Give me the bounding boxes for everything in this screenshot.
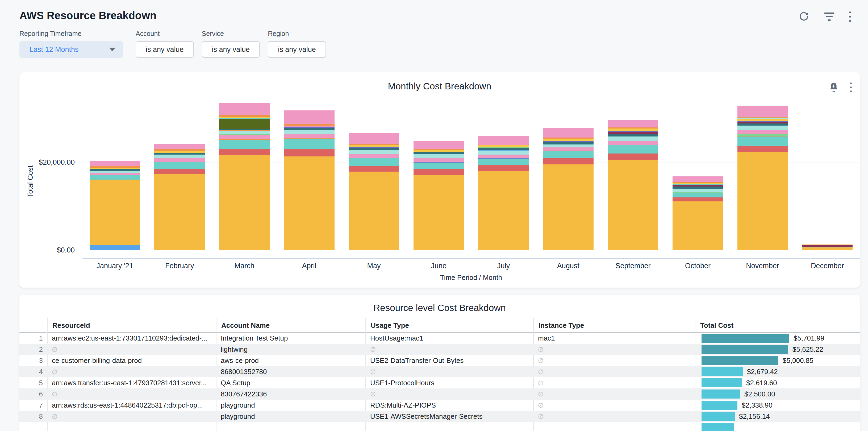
table-row[interactable]: 3ce-customer-billing-data-prodaws-ce-pro…: [20, 355, 860, 366]
bar-segment[interactable]: [154, 250, 205, 250]
bar-segment[interactable]: [737, 123, 788, 126]
timeframe-dropdown[interactable]: Last 12 Months: [20, 41, 123, 58]
bar-segment[interactable]: [608, 250, 658, 250]
bar-segment[interactable]: [284, 130, 335, 134]
bar-segment[interactable]: [608, 120, 658, 128]
bar-segment[interactable]: [478, 136, 529, 145]
bar-segment[interactable]: [349, 172, 399, 250]
bar-segment[interactable]: [802, 247, 852, 250]
column-header-resourceid[interactable]: ResourceId: [47, 318, 216, 333]
bar-segment[interactable]: [284, 138, 335, 149]
account-filter-button[interactable]: is any value: [135, 41, 194, 58]
stacked-bar-october[interactable]: [673, 176, 723, 250]
refresh-icon[interactable]: [799, 11, 809, 22]
bar-segment[interactable]: [284, 250, 335, 250]
bar-segment[interactable]: [673, 250, 723, 250]
bar-segment[interactable]: [284, 134, 335, 138]
bar-segment[interactable]: [608, 141, 658, 145]
bar-segment[interactable]: [154, 174, 205, 250]
bar-segment[interactable]: [154, 144, 205, 149]
bar-segment[interactable]: [608, 132, 658, 133]
bar-segment[interactable]: [608, 160, 658, 250]
bar-segment[interactable]: [673, 185, 723, 186]
table-row[interactable]: 5arn:aws:transfer:us-east-1:479370281431…: [20, 377, 860, 389]
bar-segment[interactable]: [478, 145, 529, 147]
bar-segment[interactable]: [219, 119, 270, 129]
bar-segment[interactable]: [90, 180, 140, 245]
bar-segment[interactable]: [349, 133, 399, 144]
bar-segment[interactable]: [543, 128, 594, 137]
bar-segment[interactable]: [284, 111, 335, 124]
bar-segment[interactable]: [349, 148, 399, 150]
table-row[interactable]: 4∅868001352780∅∅$2,679.42: [20, 366, 860, 377]
bar-segment[interactable]: [543, 158, 594, 164]
bar-segment[interactable]: [219, 250, 270, 250]
bar-segment[interactable]: [673, 186, 723, 188]
bar-segment[interactable]: [154, 162, 205, 169]
bar-segment[interactable]: [154, 169, 205, 175]
bar-segment[interactable]: [219, 155, 270, 250]
bar-segment[interactable]: [284, 128, 335, 130]
bar-segment[interactable]: [154, 149, 205, 151]
kebab-menu-icon[interactable]: [849, 11, 851, 22]
bar-segment[interactable]: [608, 145, 658, 154]
table-row[interactable]: 7arn:aws:rds:us-east-1:448640225317:db:p…: [20, 400, 860, 411]
stacked-bar-march[interactable]: [219, 103, 270, 250]
bar-segment[interactable]: [219, 131, 270, 134]
bar-segment[interactable]: [737, 130, 788, 134]
bar-segment[interactable]: [543, 164, 594, 250]
bar-segment[interactable]: [413, 141, 464, 149]
column-header-instance-type[interactable]: Instance Type: [533, 318, 695, 333]
stacked-bars[interactable]: [83, 99, 860, 250]
bar-segment[interactable]: [284, 156, 335, 250]
bar-segment[interactable]: [349, 250, 399, 250]
table-row[interactable]: 1arn:aws:ec2:us-east-1:733017110293:dedi…: [20, 333, 860, 344]
bar-segment[interactable]: [673, 202, 723, 250]
bar-segment[interactable]: [673, 189, 723, 192]
bar-segment[interactable]: [219, 115, 270, 117]
bar-segment[interactable]: [478, 250, 529, 250]
column-header-usage-type[interactable]: Usage Type: [365, 318, 533, 333]
region-filter-button[interactable]: is any value: [268, 41, 326, 58]
bar-segment[interactable]: [219, 149, 270, 155]
bar-segment[interactable]: [608, 128, 658, 131]
bar-segment[interactable]: [673, 197, 723, 202]
bar-segment[interactable]: [413, 169, 464, 175]
bar-segment[interactable]: [413, 154, 464, 158]
bar-segment[interactable]: [154, 153, 205, 155]
stacked-bar-april[interactable]: [284, 111, 335, 250]
stacked-bar-february[interactable]: [154, 144, 205, 250]
bar-segment[interactable]: [608, 136, 658, 141]
bar-segment[interactable]: [737, 106, 788, 117]
bar-segment[interactable]: [608, 154, 658, 160]
stacked-bar-september[interactable]: [608, 120, 658, 250]
bar-segment[interactable]: [478, 148, 529, 150]
bar-segment[interactable]: [673, 193, 723, 197]
bar-segment[interactable]: [219, 135, 270, 139]
table-row[interactable]: [20, 422, 860, 431]
bar-segment[interactable]: [737, 152, 788, 250]
bar-segment[interactable]: [90, 166, 140, 168]
service-filter-button[interactable]: is any value: [202, 41, 260, 58]
bar-segment[interactable]: [90, 250, 140, 250]
bar-segment[interactable]: [349, 158, 399, 166]
bar-segment[interactable]: [349, 154, 399, 158]
bar-segment[interactable]: [219, 103, 270, 115]
bar-segment[interactable]: [737, 119, 788, 122]
bar-segment[interactable]: [673, 176, 723, 182]
stacked-bar-january-[interactable]: [90, 161, 140, 250]
bar-segment[interactable]: [543, 142, 594, 145]
stacked-bar-june[interactable]: [413, 141, 464, 250]
bar-segment[interactable]: [737, 250, 788, 250]
bar-segment[interactable]: [478, 155, 529, 158]
bar-segment[interactable]: [413, 158, 464, 162]
bar-segment[interactable]: [90, 161, 140, 166]
bar-segment[interactable]: [284, 149, 335, 156]
bar-segment[interactable]: [608, 134, 658, 137]
bar-segment[interactable]: [737, 136, 788, 146]
bar-segment[interactable]: [478, 165, 529, 171]
table-row[interactable]: 8∅playgroundUSE1-AWSSecretsManager-Secre…: [20, 411, 860, 422]
bar-segment[interactable]: [413, 175, 464, 250]
bar-segment[interactable]: [90, 169, 140, 171]
table-row[interactable]: 6∅830767422336∅∅$2,500.00: [20, 389, 860, 400]
